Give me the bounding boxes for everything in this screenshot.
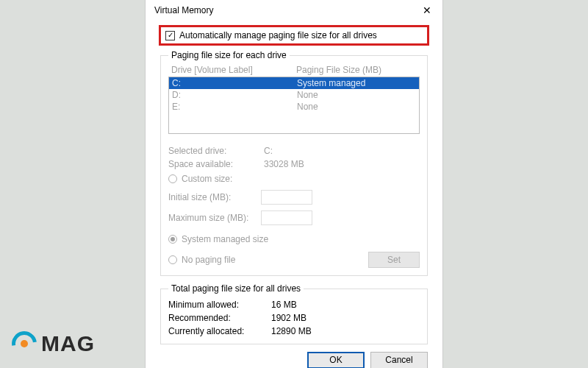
custom-size-radio[interactable] <box>168 174 177 183</box>
close-icon: ✕ <box>423 4 431 16</box>
totals-content: Minimum allowed: 16 MB Recommended: 1902… <box>168 298 420 338</box>
drive-row[interactable]: E: None <box>169 101 419 113</box>
no-paging-radio-row: No paging file <box>168 252 235 268</box>
close-button[interactable]: ✕ <box>412 0 442 21</box>
dialog-content: ✓ Automatically manage paging file size … <box>146 21 442 368</box>
pmag-logo-text: MAG <box>41 331 95 356</box>
auto-manage-checkbox[interactable]: ✓ <box>165 31 175 40</box>
header-drive: Drive [Volume Label] <box>171 65 296 75</box>
selected-drive-row: Selected drive: C: <box>168 144 420 158</box>
space-available-row: Space available: 33028 MB <box>168 158 420 171</box>
titlebar: Virtual Memory ✕ <box>146 0 442 21</box>
radio-dot-icon <box>171 237 175 241</box>
header-size: Paging File Size (MB) <box>296 65 417 75</box>
ok-button[interactable]: OK <box>307 352 365 368</box>
drive-size: None <box>297 101 416 113</box>
system-managed-radio-row: System managed size <box>168 231 420 247</box>
maximum-size-row: Maximum size (MB): <box>168 210 420 225</box>
min-value: 16 MB <box>271 298 297 311</box>
drive-letter: D: <box>172 89 297 101</box>
system-managed-radio[interactable] <box>168 235 177 244</box>
rec-value: 1902 MB <box>271 311 306 325</box>
drive-letter: C: <box>172 77 297 89</box>
maximum-size-input[interactable] <box>261 210 312 225</box>
selected-drive-label: Selected drive: <box>168 144 264 158</box>
rec-row: Recommended: 1902 MB <box>168 311 420 325</box>
custom-size-radio-row: Custom size: <box>168 171 420 187</box>
virtual-memory-dialog: Virtual Memory ✕ ✓ Automatically manage … <box>145 0 443 368</box>
initial-size-row: Initial size (MB): <box>168 190 420 205</box>
drive-row[interactable]: D: None <box>169 89 419 101</box>
maximum-size-label: Maximum size (MB): <box>168 213 255 223</box>
drive-row[interactable]: C: System managed <box>169 77 419 89</box>
drive-group-legend: Paging file size for each drive <box>168 50 290 60</box>
check-icon: ✓ <box>168 32 173 39</box>
pmag-logo: MAG <box>12 331 95 356</box>
selected-drive-value: C: <box>264 144 273 158</box>
window-title: Virtual Memory <box>154 5 213 15</box>
cur-value: 12890 MB <box>271 325 312 338</box>
totals-group: Total paging file size for all drives Mi… <box>160 283 428 344</box>
dialog-buttons: OK Cancel <box>159 352 429 368</box>
cur-label: Currently allocated: <box>168 325 271 338</box>
min-label: Minimum allowed: <box>168 298 271 311</box>
space-available-label: Space available: <box>168 158 264 171</box>
no-paging-radio[interactable] <box>168 255 177 264</box>
rec-label: Recommended: <box>168 311 271 325</box>
system-managed-label: System managed size <box>182 231 268 247</box>
drive-list[interactable]: C: System managed D: None E: None <box>168 77 420 134</box>
pmag-logo-mark-icon <box>12 331 37 356</box>
auto-manage-label: Automatically manage paging file size fo… <box>179 30 377 40</box>
drive-list-header: Drive [Volume Label] Paging File Size (M… <box>168 63 420 77</box>
space-available-value: 33028 MB <box>264 158 304 171</box>
totals-legend: Total paging file size for all drives <box>168 283 304 294</box>
set-button[interactable]: Set <box>368 252 420 268</box>
drive-size: System managed <box>297 77 416 89</box>
custom-size-label: Custom size: <box>182 171 232 187</box>
auto-manage-highlight: ✓ Automatically manage paging file size … <box>159 25 429 46</box>
cancel-button[interactable]: Cancel <box>370 352 428 368</box>
drive-size: None <box>297 89 416 101</box>
no-paging-label: No paging file <box>182 252 235 268</box>
initial-size-input[interactable] <box>261 190 312 205</box>
drive-letter: E: <box>172 101 297 113</box>
cur-row: Currently allocated: 12890 MB <box>168 325 420 338</box>
drive-group: Paging file size for each drive Drive [V… <box>160 50 428 276</box>
no-paging-set-row: No paging file Set <box>168 252 420 268</box>
min-row: Minimum allowed: 16 MB <box>168 298 420 311</box>
initial-size-label: Initial size (MB): <box>168 192 255 202</box>
